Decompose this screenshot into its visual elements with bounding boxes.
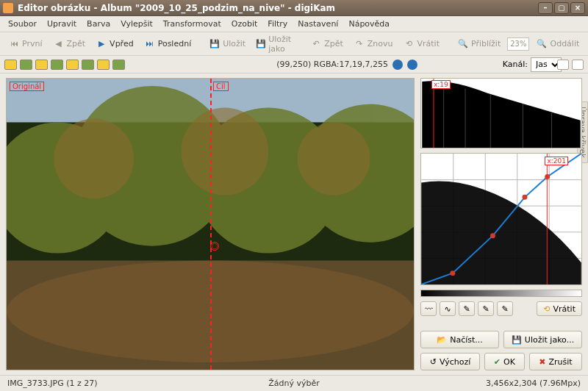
- zoom-value[interactable]: 23%: [507, 37, 529, 51]
- channel-selector: Kanál: Jas: [503, 57, 562, 72]
- preview-image[interactable]: Originál Cíl ◯: [6, 78, 415, 370]
- undo-icon: ↶: [310, 38, 322, 50]
- saveas-label: Uložit jako: [268, 35, 293, 54]
- status-dot-blue-icon[interactable]: [392, 60, 403, 70]
- forward-label: Vpřed: [110, 39, 134, 49]
- thumb-8[interactable]: [112, 60, 125, 70]
- menu-transformovat[interactable]: Transformovat: [158, 18, 226, 30]
- forward-button[interactable]: ▶Vpřed: [92, 37, 137, 51]
- forward-icon: ▶: [96, 38, 107, 50]
- histogram-marker-label: x:19: [431, 80, 451, 89]
- curve-tools-row: 〰 ∿ ✎ ✎ ✎ ⟲ Vrátit: [420, 301, 582, 316]
- thumb-1[interactable]: [4, 60, 17, 70]
- app-icon: [3, 3, 13, 13]
- undo-button: ↶Zpět: [306, 37, 347, 51]
- first-button: ⏮První: [4, 37, 46, 51]
- target-badge: Cíl: [213, 82, 229, 91]
- last-button[interactable]: ⏭Poslední: [140, 37, 196, 51]
- svg-point-29: [523, 195, 528, 200]
- maximize-button[interactable]: ▢: [554, 2, 569, 14]
- saveas-curve-button[interactable]: 💾Uložit jako...: [503, 331, 582, 348]
- menu-vylepsit[interactable]: Vylepšit: [115, 18, 158, 30]
- color-picker-marker[interactable]: ◯: [210, 242, 219, 251]
- menu-upravit[interactable]: Upravit: [42, 18, 82, 30]
- redo-icon: ↷: [354, 38, 365, 50]
- status-file: IMG_3733.JPG (1 z 27): [7, 379, 198, 388]
- thumb-2[interactable]: [20, 60, 32, 70]
- gradient-strip[interactable]: [420, 290, 582, 297]
- defaults-button[interactable]: ↺Výchozí: [420, 353, 480, 370]
- redo-button: ↷Znovu: [350, 37, 397, 51]
- zoomout-icon: 🔍: [536, 38, 548, 50]
- status-dot-blue2-icon[interactable]: [407, 60, 417, 70]
- curve-free-icon[interactable]: 〰: [420, 301, 437, 316]
- saveas-icon: 💾: [256, 38, 266, 50]
- curve-smooth-icon[interactable]: ∿: [440, 301, 456, 316]
- revert-icon: ⟲: [543, 304, 550, 314]
- zoomin-icon: 🔍: [457, 38, 469, 50]
- menu-soubor[interactable]: Soubor: [3, 18, 42, 30]
- statusbar: IMG_3733.JPG (1 z 27) Žádný výběr 3,456x…: [0, 375, 588, 391]
- status-dimensions: 3,456x2,304 (7.96Mpx): [390, 379, 581, 388]
- io-button-row: 📂Načíst... 💾Uložit jako...: [420, 331, 582, 348]
- histogram-panel[interactable]: x:19: [420, 78, 582, 148]
- curves-panel[interactable]: x:201: [420, 153, 582, 285]
- thumb-4[interactable]: [51, 60, 63, 70]
- zoomout-button: 🔍Oddálit: [532, 37, 583, 51]
- last-icon: ⏭: [144, 38, 156, 50]
- toolbar: ⏮První ◀Zpět ▶Vpřed ⏭Poslední 💾Uložit 💾U…: [0, 32, 588, 56]
- curves-marker-label: x:201: [545, 157, 568, 165]
- work-area: Originál Cíl ◯ Úprava křivek x:19: [0, 73, 588, 375]
- menu-napoveda[interactable]: Nápověda: [343, 18, 395, 30]
- channel-label: Kanál:: [503, 60, 528, 69]
- menu-ozobit[interactable]: Ozobit: [226, 18, 263, 30]
- picker-white-icon[interactable]: ✎: [497, 301, 513, 316]
- original-badge: Originál: [10, 82, 44, 91]
- curves-revert-button[interactable]: ⟲ Vrátit: [537, 301, 582, 316]
- histogram-chart: [421, 79, 581, 148]
- menu-nastaveni[interactable]: Nastavení: [293, 18, 343, 30]
- dialog-button-row: ↺Výchozí ✔OK ✖Zrušit: [420, 353, 582, 370]
- thumb-6[interactable]: [82, 60, 94, 70]
- picker-gray-icon[interactable]: ✎: [478, 301, 494, 316]
- lin-scale-icon[interactable]: [557, 60, 569, 70]
- titlebar: Editor obrázku - Album "2009_10_25_podzi…: [0, 0, 588, 16]
- revert-icon: ⟲: [404, 38, 415, 50]
- log-scale-icon[interactable]: [572, 60, 584, 70]
- curves-chart: [421, 154, 581, 284]
- save-label: Uložit: [223, 39, 245, 49]
- window-title: Editor obrázku - Album "2009_10_25_podzi…: [18, 3, 537, 13]
- minimize-button[interactable]: –: [538, 2, 553, 14]
- first-label: První: [22, 39, 43, 49]
- load-button[interactable]: 📂Načíst...: [420, 331, 499, 348]
- svg-point-9: [298, 122, 370, 195]
- first-icon: ⏮: [8, 38, 20, 50]
- thumb-3[interactable]: [35, 60, 48, 70]
- revert-label: Vrátit: [417, 39, 440, 49]
- close-button[interactable]: ×: [570, 2, 585, 14]
- ok-button[interactable]: ✔OK: [484, 353, 525, 370]
- split-divider[interactable]: [210, 79, 212, 370]
- defaults-label: Výchozí: [440, 357, 470, 367]
- thumb-5[interactable]: [66, 60, 79, 70]
- saveas-curve-label: Uložit jako...: [525, 335, 574, 345]
- side-panel: Úprava křivek x:19: [420, 78, 582, 370]
- back-icon: ◀: [53, 38, 65, 50]
- svg-point-7: [54, 118, 134, 198]
- preview-pane: Originál Cíl ◯: [6, 78, 415, 370]
- menu-filtry[interactable]: Filtry: [262, 18, 293, 30]
- revert-button: ⟲Vrátit: [400, 37, 443, 51]
- save-button: 💾Uložit: [205, 37, 249, 51]
- menubar: Soubor Upravit Barva Vylepšit Transformo…: [0, 16, 588, 32]
- picker-black-icon[interactable]: ✎: [459, 301, 475, 316]
- status-selection: Žádný výběr: [198, 379, 390, 388]
- menu-barva[interactable]: Barva: [82, 18, 115, 30]
- ok-icon: ✔: [494, 357, 501, 367]
- load-label: Načíst...: [450, 335, 483, 345]
- cancel-button[interactable]: ✖Zrušit: [529, 353, 582, 370]
- open-icon: 📂: [437, 335, 447, 345]
- thumb-7[interactable]: [97, 60, 110, 70]
- svg-point-28: [490, 233, 495, 238]
- back-button: ◀Zpět: [49, 37, 90, 51]
- scale-toggles: [557, 60, 584, 70]
